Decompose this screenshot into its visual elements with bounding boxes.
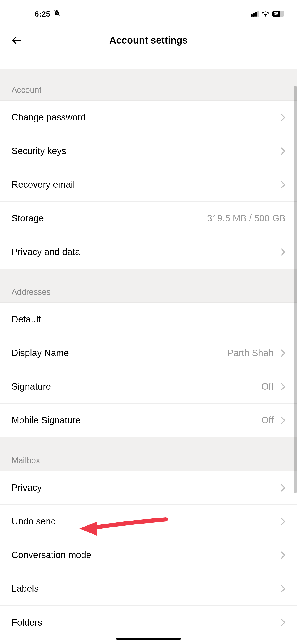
status-bar: 6:25 65 bbox=[0, 0, 297, 28]
row-undo-send[interactable]: Undo send bbox=[0, 505, 297, 538]
row-label: Default bbox=[12, 314, 189, 324]
chevron-right-icon bbox=[280, 517, 286, 526]
default-email-value bbox=[189, 314, 286, 325]
chevron-right-icon bbox=[280, 484, 286, 492]
chevron-right-icon bbox=[280, 551, 286, 560]
row-label: Display Name bbox=[12, 348, 228, 358]
row-privacy-data[interactable]: Privacy and data bbox=[0, 235, 297, 269]
section-header-mailbox: Mailbox bbox=[0, 437, 297, 471]
row-signature[interactable]: Signature Off bbox=[0, 370, 297, 404]
cellular-signal-icon bbox=[251, 11, 259, 16]
row-label: Change password bbox=[12, 112, 280, 122]
display-name-value: Parth Shah bbox=[228, 348, 274, 358]
row-label: Privacy bbox=[12, 482, 280, 493]
mobile-signature-value: Off bbox=[261, 415, 274, 426]
chevron-right-icon bbox=[280, 416, 286, 425]
signature-value: Off bbox=[261, 382, 274, 392]
row-label: Signature bbox=[12, 382, 261, 392]
silent-icon bbox=[54, 10, 60, 18]
page-title: Account settings bbox=[109, 35, 188, 46]
row-label: Conversation mode bbox=[12, 550, 280, 560]
row-label: Privacy and data bbox=[12, 247, 280, 257]
status-time: 6:25 bbox=[34, 10, 50, 18]
row-privacy[interactable]: Privacy bbox=[0, 471, 297, 505]
row-mobile-signature[interactable]: Mobile Signature Off bbox=[0, 404, 297, 437]
content: Account Change password Security keys Re… bbox=[0, 69, 297, 644]
row-label: Security keys bbox=[12, 146, 280, 156]
row-label: Undo send bbox=[12, 516, 280, 526]
row-label: Recovery email bbox=[12, 180, 280, 190]
chevron-right-icon bbox=[280, 180, 286, 189]
row-folders[interactable]: Folders bbox=[0, 606, 297, 639]
chevron-right-icon bbox=[280, 113, 286, 122]
chevron-right-icon bbox=[280, 584, 286, 593]
battery-icon: 65 bbox=[272, 11, 286, 17]
section-header-addresses: Addresses bbox=[0, 269, 297, 303]
row-change-password[interactable]: Change password bbox=[0, 101, 297, 134]
row-storage[interactable]: Storage 319.5 MB / 500 GB bbox=[0, 202, 297, 235]
row-label: Folders bbox=[12, 617, 280, 628]
row-labels[interactable]: Labels bbox=[0, 572, 297, 606]
row-label: Mobile Signature bbox=[12, 415, 261, 426]
back-button[interactable] bbox=[10, 34, 24, 47]
chevron-right-icon bbox=[280, 349, 286, 358]
chevron-right-icon bbox=[280, 382, 286, 391]
row-label: Labels bbox=[12, 584, 280, 594]
row-security-keys[interactable]: Security keys bbox=[0, 134, 297, 168]
chevron-right-icon bbox=[280, 147, 286, 156]
row-display-name[interactable]: Display Name Parth Shah bbox=[0, 336, 297, 370]
row-conversation-mode[interactable]: Conversation mode bbox=[0, 538, 297, 572]
status-right: 65 bbox=[251, 10, 286, 18]
battery-level: 65 bbox=[272, 11, 280, 17]
status-left: 6:25 bbox=[34, 10, 60, 18]
row-recovery-email[interactable]: Recovery email bbox=[0, 168, 297, 202]
row-default-address[interactable]: Default bbox=[0, 303, 297, 336]
header: Account settings bbox=[0, 28, 297, 53]
storage-value: 319.5 MB / 500 GB bbox=[207, 213, 286, 224]
home-indicator[interactable] bbox=[116, 638, 181, 640]
section-header-account: Account bbox=[0, 69, 297, 101]
chevron-right-icon bbox=[280, 248, 286, 256]
arrow-left-icon bbox=[11, 34, 23, 46]
chevron-right-icon bbox=[280, 618, 286, 627]
scroll-indicator[interactable] bbox=[294, 86, 296, 493]
row-label: Storage bbox=[12, 213, 207, 224]
wifi-icon bbox=[262, 10, 269, 18]
